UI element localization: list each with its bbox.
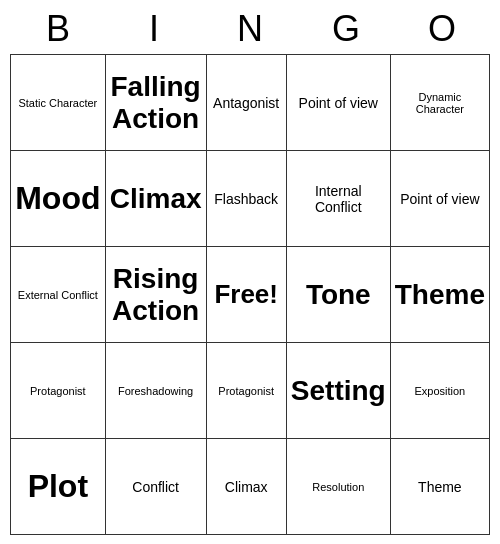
header-letter: N (206, 8, 294, 50)
bingo-cell: Dynamic Character (390, 55, 489, 151)
header-letter: O (398, 8, 486, 50)
bingo-cell: Flashback (206, 151, 286, 247)
bingo-cell: Internal Conflict (286, 151, 390, 247)
bingo-cell: Rising Action (105, 247, 206, 343)
bingo-cell: Setting (286, 343, 390, 439)
bingo-cell: Foreshadowing (105, 343, 206, 439)
bingo-cell: Mood (11, 151, 106, 247)
bingo-cell: Protagonist (206, 343, 286, 439)
bingo-cell: Conflict (105, 439, 206, 535)
bingo-cell: Theme (390, 247, 489, 343)
bingo-cell: Falling Action (105, 55, 206, 151)
bingo-cell: Climax (105, 151, 206, 247)
header-letter: I (110, 8, 198, 50)
bingo-cell: Point of view (390, 151, 489, 247)
bingo-header: BINGO (10, 0, 490, 54)
bingo-cell: Resolution (286, 439, 390, 535)
bingo-cell: Point of view (286, 55, 390, 151)
bingo-cell: Exposition (390, 343, 489, 439)
bingo-grid: Static CharacterFalling ActionAntagonist… (10, 54, 490, 535)
bingo-cell: Static Character (11, 55, 106, 151)
bingo-cell: Theme (390, 439, 489, 535)
bingo-cell: Protagonist (11, 343, 106, 439)
bingo-cell: Antagonist (206, 55, 286, 151)
bingo-cell: External Conflict (11, 247, 106, 343)
bingo-cell: Free! (206, 247, 286, 343)
header-letter: G (302, 8, 390, 50)
bingo-cell: Plot (11, 439, 106, 535)
header-letter: B (14, 8, 102, 50)
bingo-cell: Climax (206, 439, 286, 535)
bingo-cell: Tone (286, 247, 390, 343)
